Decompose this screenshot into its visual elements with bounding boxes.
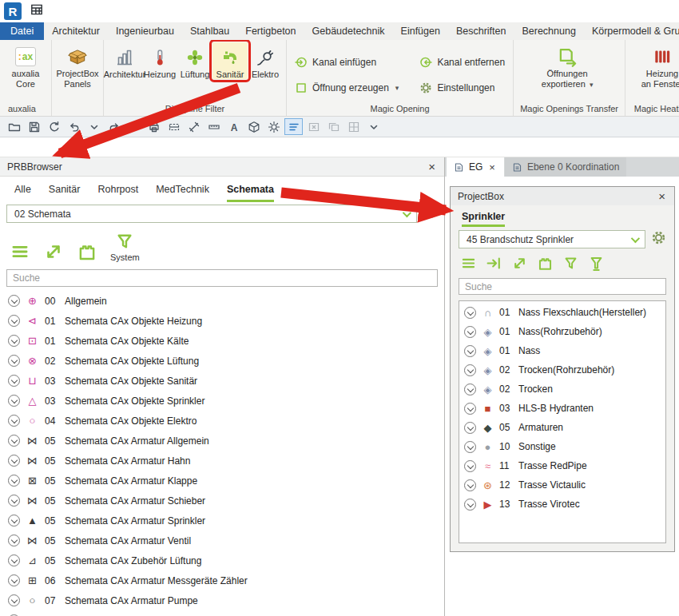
expand-toggle-icon[interactable] bbox=[464, 364, 476, 376]
heizung-an-fenster-button[interactable]: Heizung an Fenster bbox=[634, 42, 679, 89]
einstellungen-button[interactable]: Einstellungen bbox=[419, 80, 505, 97]
view-canvas[interactable]: ProjectBox × Sprinkler 45 Brandschutz Sp… bbox=[445, 177, 679, 616]
expand-toggle-icon[interactable] bbox=[8, 375, 20, 387]
expand-toggle-icon[interactable] bbox=[8, 335, 20, 347]
open-icon[interactable] bbox=[5, 118, 23, 135]
ribbon-tab[interactable]: Beschriften bbox=[448, 22, 514, 40]
discipline-elektro-button[interactable]: Elektro bbox=[248, 42, 283, 79]
discipline-lueftung-button[interactable]: Lüftung bbox=[177, 42, 212, 79]
close-icon[interactable]: × bbox=[487, 162, 497, 173]
auxalia-core-button[interactable]: :ax auxalia Core bbox=[3, 42, 48, 89]
ribbon-tab[interactable]: Fertigbeton bbox=[237, 22, 304, 40]
expand-toggle-icon[interactable] bbox=[464, 345, 476, 357]
sprinkler-category-select[interactable]: 45 Brandschutz Sprinkler bbox=[459, 230, 645, 248]
undo-icon[interactable] bbox=[65, 118, 83, 135]
expand-toggle-icon[interactable] bbox=[464, 479, 476, 491]
tree-item[interactable]: ○ 07 Schemata CAx Armatur Pumpe bbox=[0, 590, 444, 610]
tree-item[interactable]: ⊗ 02 Schemata CAx Objekte Lüftung bbox=[0, 351, 444, 371]
expand-toggle-icon[interactable] bbox=[8, 295, 20, 307]
list-view-icon[interactable] bbox=[10, 241, 30, 262]
ribbon-tab[interactable]: Stahlbau bbox=[182, 22, 237, 40]
kanal-entfernen-button[interactable]: Kanal entfernen bbox=[419, 54, 505, 70]
system-a-icon[interactable] bbox=[562, 255, 579, 272]
schema-category-select[interactable]: 02 Schemata bbox=[6, 205, 417, 223]
tree-item[interactable]: ⋈ 05 Schemata CAx Armatur Allgemein bbox=[0, 431, 444, 451]
toolbar-overflow-icon[interactable] bbox=[364, 118, 383, 135]
settings-gear-icon[interactable] bbox=[423, 205, 438, 223]
tab-schemata[interactable]: Schemata bbox=[227, 177, 274, 202]
expand-toggle-icon[interactable] bbox=[8, 594, 20, 606]
ribbon-tab[interactable]: Berechnung bbox=[514, 22, 583, 40]
ribbon-tab[interactable]: Architektur bbox=[44, 22, 108, 40]
expand-toggle-icon[interactable] bbox=[8, 355, 20, 367]
redo-icon[interactable] bbox=[105, 118, 123, 135]
discipline-sanitaer-button[interactable]: Sanitär bbox=[212, 42, 248, 79]
tree-item[interactable]: ⊛ 12 Trasse Victaulic bbox=[459, 475, 665, 495]
sync-icon[interactable] bbox=[45, 118, 63, 135]
tree-item[interactable]: ◈ 02 Trocken bbox=[459, 380, 665, 399]
close-icon[interactable]: × bbox=[657, 190, 667, 202]
tree-item[interactable]: ∩ 01 Nass Flexschlauch(Hersteller) bbox=[459, 303, 665, 322]
tree-item[interactable]: ⊕ 00 Allgemein bbox=[0, 291, 444, 311]
redo-dropdown-icon[interactable] bbox=[125, 118, 143, 135]
projectbox-panels-button[interactable]: ProjectBox Panels bbox=[55, 42, 100, 89]
ribbon-tab[interactable]: Gebäudetechnik bbox=[304, 22, 393, 40]
expand-toggle-icon[interactable] bbox=[8, 455, 20, 467]
tab-sprinkler[interactable]: Sprinkler bbox=[462, 205, 505, 227]
revit-logo-icon[interactable]: R bbox=[4, 2, 22, 20]
expand-toggle-icon[interactable] bbox=[8, 535, 20, 546]
tree-item[interactable]: ⋈ 05 Schemata CAx Armatur Ventil bbox=[0, 531, 444, 550]
discipline-architektur-button[interactable]: Architektur bbox=[107, 42, 142, 79]
app-menu-icon[interactable] bbox=[30, 2, 44, 20]
expand-toggle-icon[interactable] bbox=[8, 435, 20, 447]
discipline-heizung-button[interactable]: Heizung bbox=[142, 42, 177, 79]
expand-toggle-icon[interactable] bbox=[464, 307, 476, 319]
tree-item[interactable]: ◆ 05 Armaturen bbox=[459, 418, 665, 437]
tree-item[interactable]: ▲ 05 Schemata CAx Armatur Sprinkler bbox=[0, 511, 444, 531]
tree-item[interactable]: ● 10 Sonstige bbox=[459, 437, 665, 456]
expand-toggle-icon[interactable] bbox=[464, 403, 476, 415]
ribbon-tab[interactable]: Ingenieurbau bbox=[108, 22, 182, 40]
building-icon[interactable] bbox=[537, 255, 554, 272]
expand-toggle-icon[interactable] bbox=[464, 441, 476, 453]
tree-item[interactable]: ▶ 13 Trasse Virotec bbox=[459, 495, 665, 514]
tree-item[interactable]: ⊿ 05 Schemata CAx Zubehör Lüftung bbox=[0, 550, 444, 570]
switch-windows-icon[interactable] bbox=[324, 118, 343, 135]
oeffnung-erzeugen-button[interactable]: Öffnung erzeugen ▾ bbox=[295, 80, 399, 97]
tree-item[interactable]: ⊲ 01 Schemata CAx Objekte Heizung bbox=[0, 311, 444, 331]
kanal-einfuegen-button[interactable]: Kanal einfügen bbox=[295, 54, 399, 70]
system-icon[interactable]: System bbox=[110, 231, 140, 262]
tree-item[interactable]: ⊔ 03 Schemata CAx Objekte Sanitär bbox=[0, 371, 444, 391]
expand-toggle-icon[interactable] bbox=[464, 422, 476, 434]
thin-lines-icon[interactable] bbox=[284, 118, 303, 135]
expand-toggle-icon[interactable] bbox=[8, 515, 20, 527]
tab-medtechnik[interactable]: MedTechnik bbox=[156, 177, 209, 202]
dimension-icon[interactable] bbox=[204, 118, 223, 135]
expand-toggle-icon[interactable] bbox=[8, 574, 20, 586]
tree-item[interactable]: ⊡ 01 Schemata CAx Objekte Kälte bbox=[0, 331, 444, 351]
tree-item[interactable]: ◈ 01 Nass(Rohrzubehör) bbox=[459, 322, 665, 341]
expand-toggle-icon[interactable] bbox=[8, 315, 20, 327]
search-input[interactable] bbox=[6, 269, 438, 287]
open-schema-icon[interactable] bbox=[511, 255, 528, 272]
tree-item[interactable]: ◈ 01 Nass bbox=[459, 341, 665, 360]
tree-item[interactable]: ⋈ 05 Schemata CAx Armatur Schieber bbox=[0, 491, 444, 511]
close-hidden-windows-icon[interactable] bbox=[304, 118, 323, 135]
text-icon[interactable] bbox=[224, 118, 243, 135]
expand-toggle-icon[interactable] bbox=[8, 495, 20, 507]
tree-item[interactable]: ≈ 11 Trasse RedPipe bbox=[459, 456, 665, 475]
open-schema-icon[interactable] bbox=[43, 241, 64, 262]
tree-item[interactable]: ⊞ 06 Schemata CAx Armatur Messgeräte Zäh… bbox=[0, 570, 444, 590]
section-icon[interactable] bbox=[165, 118, 183, 135]
ribbon-tab[interactable]: Körpermodell & Grundstück bbox=[584, 22, 679, 40]
tree-item[interactable]: ⊳ 09 Schemata CAx Bauteile Elektro bbox=[0, 610, 444, 616]
expand-toggle-icon[interactable] bbox=[464, 460, 476, 472]
tree-item[interactable]: ○ 04 Schemata CAx Objekte Elektro bbox=[0, 411, 444, 431]
tree-item[interactable]: ◈ 02 Trocken(Rohrzubehör) bbox=[459, 360, 665, 380]
expand-toggle-icon[interactable] bbox=[8, 554, 20, 566]
oeffnungen-exportieren-button[interactable]: Öffnungen exportieren ▾ bbox=[531, 42, 603, 89]
view-tab-eg[interactable]: EG × bbox=[447, 157, 504, 177]
system-b-icon[interactable] bbox=[588, 255, 605, 272]
expand-toggle-icon[interactable] bbox=[8, 475, 20, 487]
insert-icon[interactable] bbox=[486, 255, 502, 272]
